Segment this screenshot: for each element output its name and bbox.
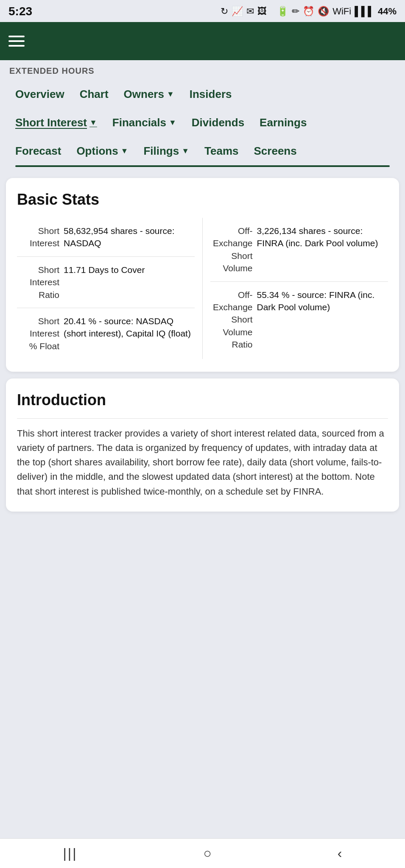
introduction-text: This short interest tracker provides a v… xyxy=(17,426,388,498)
alarm-icon: ⏰ xyxy=(303,6,314,17)
nav-item-financials[interactable]: Financials ▼ xyxy=(105,112,184,134)
status-icons: ↻ 📈 ✉ 🖼 🔋 ✏ ⏰ 🔇 WiFi ▌▌▌ 44% xyxy=(221,6,397,17)
stat-row-oesv: Off-ExchangeShortVolume 3,226,134 shares… xyxy=(210,218,388,282)
stat-value-sif: 20.41 % - source: NASDAQ (short interest… xyxy=(64,315,195,340)
nav-item-chart[interactable]: Chart xyxy=(72,83,116,105)
battery-charging-icon: 🔋 xyxy=(277,6,288,17)
extended-hours-label: EXTENDED HOURS xyxy=(0,60,405,80)
stat-value-oesvr: 55.34 % - source: FINRA (inc. Dark Pool … xyxy=(257,289,388,314)
nav-row-2: Short Interest ▼ Financials ▼ Dividends … xyxy=(8,108,397,137)
status-time: 5:23 xyxy=(8,5,32,18)
stats-right-column: Off-ExchangeShortVolume 3,226,134 shares… xyxy=(203,218,388,359)
nav-item-options[interactable]: Options ▼ xyxy=(69,140,136,162)
stat-row-oesvr: Off-ExchangeShortVolumeRatio 55.34 % - s… xyxy=(210,282,388,358)
stat-row-short-interest: ShortInterest 58,632,954 shares - source… xyxy=(17,218,195,257)
image-icon: 🖼 xyxy=(257,6,267,17)
stat-row-sif: ShortInterest% Float 20.41 % - source: N… xyxy=(17,308,195,359)
nav-item-dividends[interactable]: Dividends xyxy=(184,112,252,134)
hamburger-menu[interactable] xyxy=(8,36,25,47)
nav-item-owners[interactable]: Owners ▼ xyxy=(116,83,182,105)
introduction-title: Introduction xyxy=(17,391,388,409)
signal-icon: ▌▌▌ xyxy=(355,6,374,17)
status-bar: 5:23 ↻ 📈 ✉ 🖼 🔋 ✏ ⏰ 🔇 WiFi ▌▌▌ 44% xyxy=(0,0,405,22)
short-interest-arrow: ▼ xyxy=(89,118,97,127)
bottom-nav: ||| ○ ‹ xyxy=(0,838,405,868)
stat-value-short-interest: 58,632,954 shares - source: NASDAQ xyxy=(64,225,195,250)
stats-grid: ShortInterest 58,632,954 shares - source… xyxy=(17,218,388,359)
nav-item-overview[interactable]: Overview xyxy=(8,83,72,105)
chart-icon: 📈 xyxy=(232,6,243,17)
nav-item-screens[interactable]: Screens xyxy=(246,140,304,162)
options-arrow: ▼ xyxy=(121,147,128,156)
stat-value-oesv: 3,226,134 shares - source: FINRA (inc. D… xyxy=(257,225,388,250)
basic-stats-card: Basic Stats ShortInterest 58,632,954 sha… xyxy=(6,178,399,372)
nav-item-teams[interactable]: Teams xyxy=(197,140,246,162)
basic-stats-title: Basic Stats xyxy=(17,191,388,209)
stat-label-oesv: Off-ExchangeShortVolume xyxy=(210,225,253,275)
nav-item-forecast[interactable]: Forecast xyxy=(8,140,69,162)
owners-arrow: ▼ xyxy=(167,90,174,99)
edit-icon: ✏ xyxy=(292,6,299,17)
nav-item-short-interest[interactable]: Short Interest ▼ xyxy=(8,112,105,134)
nav-row-3: Forecast Options ▼ Filings ▼ Teams Scree… xyxy=(8,137,397,165)
nav-divider xyxy=(15,165,390,167)
mute-icon: 🔇 xyxy=(318,6,329,17)
stat-label-sif: ShortInterest% Float xyxy=(17,315,59,352)
stat-label-oesvr: Off-ExchangeShortVolumeRatio xyxy=(210,289,253,351)
nav-recent-button[interactable]: ‹ xyxy=(325,841,355,865)
mail-icon: ✉ xyxy=(246,6,254,17)
filings-arrow: ▼ xyxy=(182,147,189,156)
nav-item-earnings[interactable]: Earnings xyxy=(252,112,314,134)
nav-tabs: Overview Chart Owners ▼ Insiders Short I… xyxy=(0,80,405,167)
nav-row-1: Overview Chart Owners ▼ Insiders xyxy=(8,80,397,108)
stat-label-sir: ShortInterestRatio xyxy=(17,264,59,301)
stat-value-sir: 11.71 Days to Cover xyxy=(64,264,195,276)
battery-percent: 44% xyxy=(378,6,397,17)
stat-label-short-interest: ShortInterest xyxy=(17,225,59,250)
main-content: Basic Stats ShortInterest 58,632,954 sha… xyxy=(0,171,405,518)
wifi-icon: WiFi xyxy=(332,6,351,17)
nav-home-button[interactable]: ○ xyxy=(190,841,224,865)
nav-item-insiders[interactable]: Insiders xyxy=(182,83,240,105)
nav-back-button[interactable]: ||| xyxy=(50,841,90,865)
stat-row-sir: ShortInterestRatio 11.71 Days to Cover xyxy=(17,257,195,308)
reload-icon: ↻ xyxy=(221,6,228,17)
nav-item-filings[interactable]: Filings ▼ xyxy=(136,140,197,162)
financials-arrow: ▼ xyxy=(169,118,176,127)
stats-left-column: ShortInterest 58,632,954 shares - source… xyxy=(17,218,203,359)
nav-header xyxy=(0,22,405,60)
introduction-card: Introduction This short interest tracker… xyxy=(6,378,399,511)
